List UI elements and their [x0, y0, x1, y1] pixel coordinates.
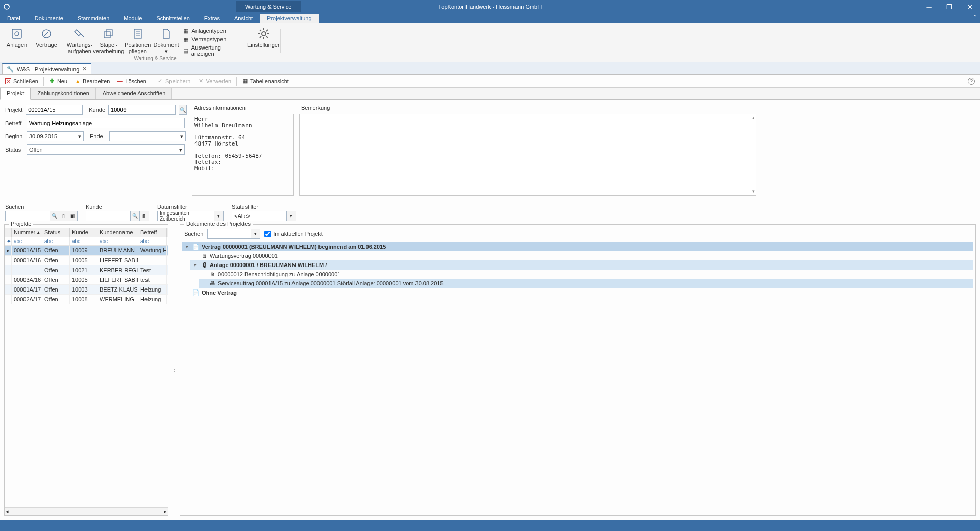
tab-projekt[interactable]: Projekt: [0, 88, 31, 100]
doc-search-input[interactable]: [207, 229, 251, 239]
scroll-up-icon[interactable]: ▴: [752, 115, 755, 120]
grid-scrollbar[interactable]: ◂▸: [5, 507, 168, 515]
tree-node[interactable]: 🖶Serviceauftrag 00001A/15 zu Anlage 0000…: [199, 279, 973, 288]
close-action[interactable]: ✕Schließen: [2, 77, 41, 86]
menu-ansicht[interactable]: Ansicht: [227, 14, 260, 23]
new-action[interactable]: ✚Neu: [46, 77, 70, 86]
scroll-down-icon[interactable]: ▾: [752, 189, 755, 194]
filter-kunde[interactable]: abc: [70, 237, 97, 245]
kunde-lookup-button[interactable]: 🔍: [179, 105, 187, 115]
col-nummer[interactable]: Nummer▲: [12, 228, 42, 237]
projekt-field[interactable]: [26, 105, 83, 115]
status-dropdown-icon[interactable]: ▾: [287, 211, 296, 221]
col-kundenname[interactable]: Kundenname: [97, 228, 138, 237]
ende-field[interactable]: ▾: [109, 131, 186, 141]
documents-panel: Dokumente des Projektes Suchen ▾ Im aktu…: [180, 224, 976, 516]
ribbon-wartungsaufgaben[interactable]: Wartungs- aufgaben: [65, 26, 94, 57]
menu-schnittstellen[interactable]: Schnittstellen: [149, 14, 197, 23]
doc-icon: 🗎: [201, 252, 208, 259]
help-button[interactable]: ?: [965, 76, 978, 86]
menu-extras[interactable]: Extras: [197, 14, 227, 23]
edit-action[interactable]: ▲Bearbeiten: [71, 77, 113, 86]
menu-module[interactable]: Module: [116, 14, 149, 23]
datum-dropdown-icon[interactable]: ▾: [214, 211, 224, 221]
ribbon-dokument[interactable]: Dokument ▾: [152, 26, 181, 57]
tree-label: Vertrag 00000001 (BREULMANN WILHELM) beg…: [202, 244, 386, 250]
status-filter-select[interactable]: <Alle>: [232, 211, 287, 221]
ribbon-group-settings: Einstellungen: [247, 26, 281, 62]
table-row[interactable]: Offen10021KERBER REGINATest: [5, 266, 168, 275]
save-action[interactable]: ✓Speichern: [154, 77, 194, 86]
ribbon-anlagentypen[interactable]: ▦Anlagentypen: [180, 27, 245, 35]
tree-node[interactable]: 📄Ohne Vertrag: [182, 288, 973, 297]
minimize-button[interactable]: ─: [919, 0, 939, 13]
kunde-field[interactable]: [108, 105, 176, 115]
ribbon-vertraege[interactable]: Verträge: [32, 26, 61, 48]
splitter[interactable]: ⋮: [173, 224, 176, 516]
filter-nummer[interactable]: abc: [12, 237, 42, 245]
lower-split: Projekte Nummer▲ Status Kunde Kundenname…: [0, 221, 980, 520]
tree-node[interactable]: 🗎00000012 Benachrichtigung zu Anlage 000…: [199, 270, 973, 279]
table-row[interactable]: 00002A/17Offen10008WERMELINGHeizung: [5, 295, 168, 304]
table-row[interactable]: 00003A/16Offen10005LIEFERT SABINEtest: [5, 275, 168, 285]
ribbon-collapse-icon[interactable]: ⌃: [973, 14, 977, 20]
table-row[interactable]: 00001A/17Offen10003BEETZ KLAUSHeizung: [5, 285, 168, 295]
doc-search-dropdown[interactable]: ▾: [251, 229, 260, 239]
tab-zahlung[interactable]: Zahlungskonditionen: [31, 88, 96, 99]
datum-filter-select[interactable]: Im gesamten Zeitbereich: [157, 211, 214, 221]
menu-projektverwaltung[interactable]: Projektverwaltung: [260, 14, 318, 23]
menu-dokumente[interactable]: Dokumente: [28, 14, 70, 23]
filter-status[interactable]: abc: [42, 237, 70, 245]
discard-action[interactable]: ✕Verwerfen: [194, 77, 234, 86]
filter-kunde-clear[interactable]: 🗑: [140, 211, 149, 221]
col-betreff[interactable]: Betreff: [138, 228, 167, 237]
search-opt2-button[interactable]: ▣: [68, 211, 78, 221]
filter-kunde-input[interactable]: [86, 211, 131, 221]
ribbon-stapelverarbeitung[interactable]: Stapel- verarbeitung: [94, 26, 124, 57]
menu-datei[interactable]: Datei: [0, 14, 28, 23]
label-status: Status: [5, 147, 23, 153]
table-row[interactable]: 00001A/16Offen10005LIEFERT SABINE: [5, 256, 168, 266]
label-projekt: Projekt: [5, 107, 22, 113]
filter-name[interactable]: abc: [97, 237, 138, 245]
expand-icon[interactable]: ▾: [183, 244, 190, 249]
beginn-field[interactable]: 30.09.2015▾: [27, 131, 84, 141]
menu-stammdaten[interactable]: Stammdaten: [70, 14, 116, 23]
filter-kunde-lookup[interactable]: 🔍: [131, 211, 140, 221]
contract-icon: 📄: [192, 243, 200, 250]
tableview-action[interactable]: ▦Tabellenansicht: [239, 77, 292, 86]
edit-icon: ▲: [75, 78, 81, 84]
ribbon-vertragstypen[interactable]: ▦Vertragstypen: [180, 35, 245, 43]
expand-icon[interactable]: ▾: [191, 262, 199, 268]
status-field[interactable]: Offen▾: [27, 144, 185, 155]
col-kunde[interactable]: Kunde: [70, 228, 97, 237]
filter-betreff[interactable]: abc: [138, 237, 167, 245]
contract-icon: 📄: [192, 289, 200, 296]
current-project-checkbox-input[interactable]: [264, 231, 271, 237]
search-opt1-button[interactable]: ▯: [59, 211, 68, 221]
tree-node[interactable]: 🗎Wartungsvertrag 00000001: [190, 251, 973, 260]
col-status[interactable]: Status: [42, 228, 70, 237]
label-kunde: Kunde: [89, 107, 105, 113]
tree-node[interactable]: ▾📄Vertrag 00000001 (BREULMANN WILHELM) b…: [182, 242, 973, 251]
delete-action[interactable]: —Löschen: [114, 77, 150, 86]
current-project-checkbox[interactable]: Im aktuellen Projekt: [264, 231, 323, 237]
table-row[interactable]: ▸00001A/15Offen10009BREULMANNWartung He: [5, 246, 168, 256]
tab-close-icon[interactable]: ✕: [82, 66, 87, 73]
ribbon-group-main: Anlagen Verträge: [0, 26, 63, 62]
svg-line-15: [260, 30, 261, 31]
label-ende: Ende: [90, 133, 106, 139]
search-go-button[interactable]: 🔍: [50, 211, 59, 221]
betreff-field[interactable]: [27, 118, 185, 128]
ribbon-einstellungen[interactable]: Einstellungen: [249, 26, 279, 48]
doc-tab-projektverwaltung[interactable]: 🔧 W&S - Projektverwaltung ✕: [2, 63, 91, 74]
close-button[interactable]: ✕: [960, 0, 980, 13]
remark-field[interactable]: ▴ ▾: [299, 114, 756, 196]
tree-node[interactable]: ▾🛢Anlage 00000001 / BREULMANN WILHELM /: [190, 260, 973, 270]
restore-button[interactable]: ❐: [939, 0, 960, 13]
ribbon-anlagen[interactable]: Anlagen: [2, 26, 32, 48]
ribbon-positionen[interactable]: Positionen pflegen: [124, 26, 152, 57]
tab-anschriften[interactable]: Abweichende Anschriften: [96, 88, 173, 99]
search-input[interactable]: [5, 211, 50, 221]
plus-icon: ✚: [49, 78, 55, 84]
